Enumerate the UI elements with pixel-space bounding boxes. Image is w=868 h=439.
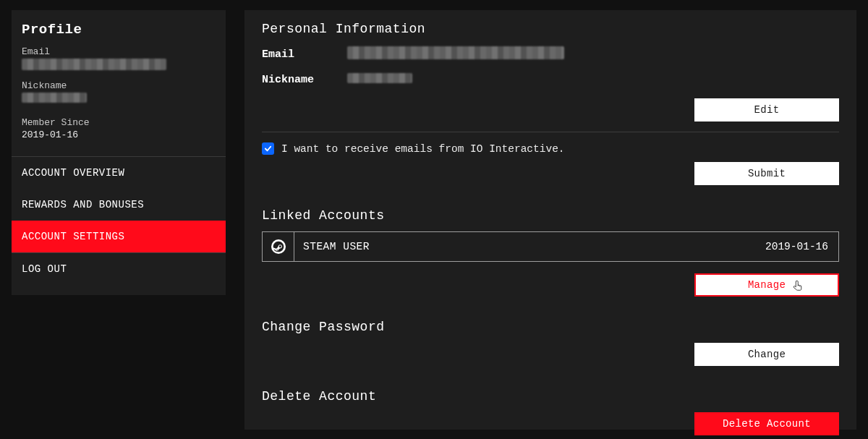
email-value xyxy=(347,46,564,63)
sidebar-email-label: Email xyxy=(22,46,216,57)
newsletter-row: I want to receive emails from IO Interac… xyxy=(262,142,839,155)
manage-button[interactable]: Manage xyxy=(694,273,839,297)
sidebar: Profile Email Nickname Member Since 2019… xyxy=(12,10,226,295)
profile-heading: Profile xyxy=(22,22,216,38)
nickname-label: Nickname xyxy=(262,74,330,86)
change-password-button[interactable]: Change xyxy=(694,343,839,366)
change-password-section: Change Password Change xyxy=(262,320,839,366)
nickname-value xyxy=(347,73,412,87)
personal-info-heading: Personal Information xyxy=(262,22,839,36)
sidebar-nickname-label: Nickname xyxy=(22,80,216,91)
nav-log-out[interactable]: LOG OUT xyxy=(12,252,226,285)
newsletter-label: I want to receive emails from IO Interac… xyxy=(281,143,565,155)
linked-platform-icon-cell xyxy=(263,232,294,261)
linked-accounts-section: Linked Accounts STEAM USER 2019-01-16 Ma… xyxy=(262,208,839,297)
divider xyxy=(262,132,839,132)
change-password-heading: Change Password xyxy=(262,320,839,334)
linked-accounts-heading: Linked Accounts xyxy=(262,208,839,223)
nav-rewards-bonuses[interactable]: REWARDS AND BONUSES xyxy=(12,189,226,221)
email-row: Email xyxy=(262,46,839,63)
submit-button[interactable]: Submit xyxy=(694,162,839,185)
nickname-row: Nickname xyxy=(262,73,839,87)
linked-account-row: STEAM USER 2019-01-16 xyxy=(262,231,839,262)
edit-button[interactable]: Edit xyxy=(694,98,839,122)
check-icon xyxy=(264,145,272,153)
sidebar-email-value xyxy=(22,59,216,73)
delete-account-section: Delete Account Delete Account xyxy=(262,389,839,435)
personal-info-section: Personal Information Email Nickname Edit… xyxy=(262,22,839,185)
profile-block: Profile Email Nickname Member Since 2019… xyxy=(12,10,226,148)
sidebar-member-since-label: Member Since xyxy=(22,117,216,128)
email-label: Email xyxy=(262,48,330,61)
sidebar-member-since-value: 2019-01-16 xyxy=(22,129,216,140)
newsletter-checkbox[interactable] xyxy=(262,142,274,155)
linked-platform-date: 2019-01-16 xyxy=(765,232,838,261)
cursor-icon xyxy=(793,280,804,293)
sidebar-nav: ACCOUNT OVERVIEW REWARDS AND BONUSES ACC… xyxy=(12,156,226,285)
manage-button-label: Manage xyxy=(748,279,786,291)
main-panel: Personal Information Email Nickname Edit… xyxy=(244,10,856,430)
nav-account-overview[interactable]: ACCOUNT OVERVIEW xyxy=(12,157,226,189)
delete-account-button[interactable]: Delete Account xyxy=(694,412,839,435)
delete-account-heading: Delete Account xyxy=(262,389,839,404)
nav-account-settings[interactable]: ACCOUNT SETTINGS xyxy=(12,221,226,252)
linked-platform-name: STEAM USER xyxy=(294,232,765,261)
steam-icon xyxy=(271,239,286,254)
sidebar-nickname-value xyxy=(22,93,216,106)
